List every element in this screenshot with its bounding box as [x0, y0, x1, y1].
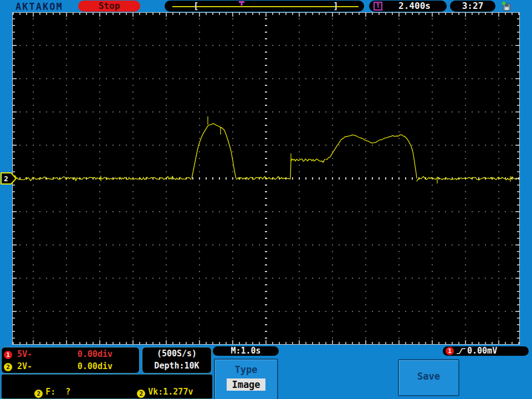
trigger-source-badge: 1 — [446, 347, 454, 355]
trigger-position-track — [172, 6, 359, 7]
measurements-box: 2F: ? 2Vk:1.277v 2+D:28.9% 2V:701.6mv — [1, 374, 213, 399]
graticule-area — [12, 12, 520, 345]
ch2-status-row: 2 2V- 0.00div — [4, 360, 137, 372]
measurement-frequency: 2F: ? — [4, 375, 70, 386]
type-button[interactable]: Type Image — [214, 359, 278, 399]
ch1-scale: 5V- — [17, 349, 32, 359]
measurement-voltage: 2V:701.6mv — [107, 386, 193, 397]
trigger-t-icon: T — [374, 2, 382, 11]
usb-storage-icon — [500, 1, 511, 12]
trigger-time-value: 2.400s — [386, 1, 443, 12]
channel-status-box: 1 5V- 0.00div 2 2V- 0.00div — [1, 347, 140, 374]
run-state-badge: Stop — [78, 1, 140, 12]
ch2-marker-label: 2 — [4, 175, 8, 183]
clock-badge: 3:27 — [450, 1, 495, 12]
trigger-time-badge: T 2.400s — [369, 1, 447, 12]
ch2-position: 0.00div — [78, 360, 112, 372]
ch1-status-row: 1 5V- 0.00div — [4, 348, 137, 360]
memory-depth: Depth:10K — [142, 360, 211, 372]
brand-label: AKTAKOM — [16, 1, 63, 12]
window-left-bracket: [ — [193, 1, 199, 12]
timebase-status: M:1.0s — [213, 346, 279, 356]
waveform-plot — [12, 12, 520, 345]
type-button-label: Type — [215, 364, 277, 375]
ch1-badge: 1 — [4, 351, 12, 359]
measurement-duty: 2+D:28.9% — [4, 386, 85, 397]
type-value-image[interactable]: Image — [227, 378, 265, 391]
measurement-vk: 2Vk:1.277v — [107, 375, 193, 386]
oscilloscope-screen: AKTAKOM Stop [ ] T 2.400s 3:27 2 — [0, 0, 532, 399]
ch1-position: 0.00div — [78, 348, 112, 360]
ch2-position-marker[interactable]: 2 — [1, 172, 18, 186]
rising-edge-icon — [456, 347, 466, 355]
ch2-scale: 2V- — [17, 361, 32, 371]
ch2-badge: 2 — [4, 363, 12, 371]
trigger-level-status: 1 0.00mV — [443, 346, 529, 356]
save-button[interactable]: Save — [398, 359, 459, 396]
window-right-bracket: ] — [333, 1, 339, 12]
sample-rate: (500S/s) — [142, 347, 211, 360]
trigger-position-bar: [ ] — [165, 1, 364, 12]
trigger-level-value: 0.00mV — [467, 346, 497, 356]
trigger-marker-icon — [238, 1, 245, 6]
acquisition-status-box: (500S/s) Depth:10K — [142, 347, 212, 374]
top-status-bar: AKTAKOM Stop [ ] T 2.400s 3:27 — [0, 0, 532, 12]
